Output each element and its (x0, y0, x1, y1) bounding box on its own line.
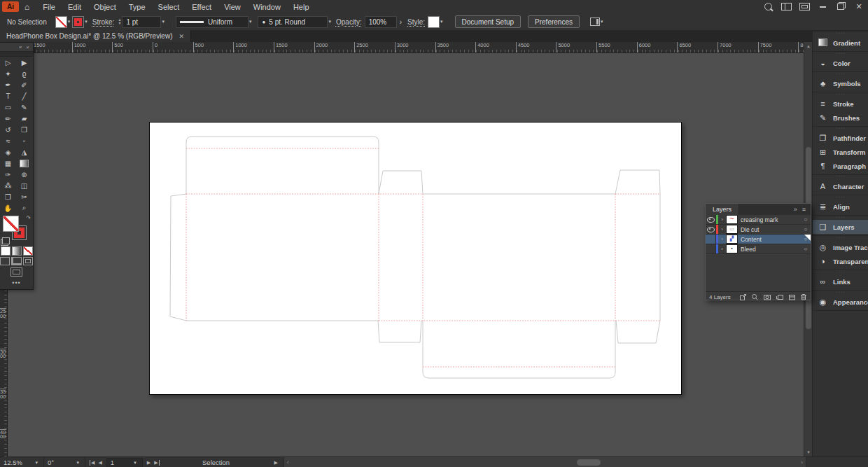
layers-panel-tab[interactable]: Layers (706, 204, 739, 215)
control-panel-options-icon[interactable] (590, 18, 600, 26)
color-mode-button[interactable] (1, 246, 10, 256)
slice-tool-icon[interactable]: ✂ (16, 191, 32, 202)
menu-window[interactable]: Window (247, 0, 287, 13)
dock-item-pathfinder[interactable]: ❐Pathfinder (813, 131, 868, 145)
artboard[interactable] (149, 122, 682, 395)
brush-chevron-icon[interactable]: ▾ (328, 19, 331, 25)
collect-for-export-icon[interactable] (739, 293, 747, 301)
width-profile-chevron-icon[interactable]: ▾ (249, 19, 252, 25)
dock-item-align[interactable]: ≣Align (813, 200, 868, 214)
draw-behind-button[interactable] (11, 257, 21, 265)
menu-edit[interactable]: Edit (62, 0, 88, 13)
magic-wand-tool-icon[interactable]: ✦ (0, 68, 16, 79)
control-panel-chevron-icon[interactable]: ▾ (601, 19, 603, 25)
stroke-weight-value[interactable]: 1 pt (122, 16, 161, 28)
first-artboard-icon[interactable]: ◀ (90, 460, 94, 466)
shaper-tool-icon[interactable]: ✏ (0, 113, 16, 124)
tab-close-icon[interactable]: ✕ (179, 33, 185, 40)
layer-target-icon[interactable]: ○ (801, 246, 811, 252)
artboard-number-dropdown[interactable]: 1▾ (106, 458, 143, 467)
layer-visibility-toggle[interactable] (706, 244, 716, 253)
pen-tool-icon[interactable]: ✒ (0, 79, 16, 90)
curvature-tool-icon[interactable]: ✐ (16, 79, 32, 90)
layer-visibility-toggle[interactable] (706, 235, 716, 244)
perspective-grid-tool-icon[interactable]: ◮ (16, 146, 32, 158)
fill-color-swatch[interactable] (3, 216, 19, 232)
shape-builder-tool-icon[interactable]: ◈ (0, 146, 16, 158)
menu-help[interactable]: Help (287, 0, 316, 13)
collapse-layers-icon[interactable]: » (794, 206, 797, 213)
fill-chevron-icon[interactable]: ▾ (68, 19, 71, 25)
eyedropper-tool-icon[interactable]: ✑ (0, 169, 16, 180)
layer-row-die-cut[interactable]: ›▭Die cut○ (706, 225, 811, 235)
layers-menu-icon[interactable]: ≡ (802, 206, 806, 213)
opacity-more-icon[interactable]: › (400, 18, 402, 26)
hand-tool-icon[interactable]: ✋ (0, 202, 16, 214)
document-setup-button[interactable]: Document Setup (455, 15, 522, 28)
dock-item-brushes[interactable]: ✎Brushes (813, 111, 868, 125)
menu-file[interactable]: File (36, 0, 62, 13)
menu-select[interactable]: Select (152, 0, 186, 13)
none-mode-button[interactable] (23, 246, 33, 256)
layer-row-bleed[interactable]: ›▪Bleed○ (706, 244, 811, 254)
layer-expand-icon[interactable]: › (718, 246, 726, 252)
gradient-tool-icon[interactable] (16, 158, 32, 169)
gradient-mode-button[interactable] (12, 246, 22, 256)
status-indicator[interactable]: Selection (164, 459, 269, 466)
fill-swatch[interactable] (55, 16, 67, 28)
opacity-value[interactable]: 100% (365, 16, 397, 28)
menu-view[interactable]: View (218, 0, 247, 13)
column-graph-tool-icon[interactable]: ◫ (16, 180, 32, 191)
direct-selection-tool-icon[interactable]: ▶ (16, 57, 32, 68)
layer-target-icon[interactable]: ○ (801, 236, 811, 242)
free-transform-tool-icon[interactable]: ▫ (16, 135, 32, 146)
dock-item-color[interactable]: ◒Color (813, 56, 868, 70)
dock-item-character[interactable]: ACharacter (813, 179, 868, 193)
menu-object[interactable]: Object (88, 0, 122, 13)
artboard-tool-icon[interactable]: ❒ (0, 191, 16, 202)
lasso-tool-icon[interactable]: ϱ (16, 68, 32, 79)
canvas-region[interactable]: 1500100050005001000150020002500300035004… (0, 42, 804, 456)
workspace-switcher-icon[interactable] (777, 0, 795, 13)
scale-tool-icon[interactable]: ❐ (16, 124, 32, 135)
brush-dropdown[interactable]: ● 5 pt. Round (258, 16, 328, 28)
line-segment-tool-icon[interactable]: ╱ (16, 90, 32, 102)
layer-target-icon[interactable]: ○ (801, 216, 811, 223)
draw-inside-button[interactable] (23, 257, 33, 265)
dock-item-symbols[interactable]: ♣Symbols (813, 76, 868, 90)
stroke-weight-stepper[interactable]: ▴▾ (118, 18, 120, 25)
selection-tool-icon[interactable]: ▷ (0, 57, 16, 68)
app-logo[interactable]: Ai (2, 1, 19, 12)
zoom-tool-icon[interactable]: ⌕ (16, 202, 32, 214)
make-clipping-mask-icon[interactable] (763, 293, 771, 301)
dock-item-image-trace[interactable]: ◎Image Trace (813, 240, 868, 254)
swap-fill-stroke-icon[interactable]: ↷ (26, 215, 31, 221)
screen-mode-button[interactable] (10, 267, 22, 277)
dock-item-layers[interactable]: ❑Layers (813, 220, 868, 234)
dock-item-appearance[interactable]: ◉Appearance (813, 295, 868, 309)
menu-type[interactable]: Type (122, 0, 152, 13)
dock-item-paragraph[interactable]: ¶Paragraph (813, 159, 868, 173)
layer-row-content[interactable]: ›▞Content○ (706, 235, 811, 244)
home-icon[interactable]: ⌂ (24, 2, 29, 12)
rotate-tool-icon[interactable]: ↺ (0, 124, 16, 135)
next-artboard-icon[interactable]: ▶ (147, 460, 150, 466)
type-tool-icon[interactable]: T (0, 90, 16, 102)
horizontal-scroll-thumb[interactable] (577, 459, 601, 466)
stroke-label[interactable]: Stroke: (92, 18, 115, 26)
scroll-right-icon[interactable]: › (801, 457, 803, 467)
last-artboard-icon[interactable]: ▶ (154, 460, 159, 466)
arrange-documents-icon[interactable] (795, 0, 813, 13)
collapse-panel-icon[interactable]: « (19, 44, 22, 50)
dock-item-stroke[interactable]: ≡Stroke (813, 97, 868, 111)
paintbrush-tool-icon[interactable]: ✎ (16, 102, 32, 113)
dock-item-gradient[interactable]: Gradient (813, 36, 868, 50)
delete-layer-icon[interactable] (800, 293, 807, 301)
status-more-icon[interactable]: ▶ (269, 460, 284, 466)
locate-object-icon[interactable] (751, 293, 759, 301)
draw-normal-button[interactable] (0, 257, 10, 265)
blend-tool-icon[interactable]: ⊚ (16, 169, 32, 180)
layer-expand-icon[interactable]: › (718, 236, 726, 242)
symbol-sprayer-tool-icon[interactable]: ⁂ (0, 180, 16, 191)
close-panel-icon[interactable]: × (26, 44, 29, 50)
